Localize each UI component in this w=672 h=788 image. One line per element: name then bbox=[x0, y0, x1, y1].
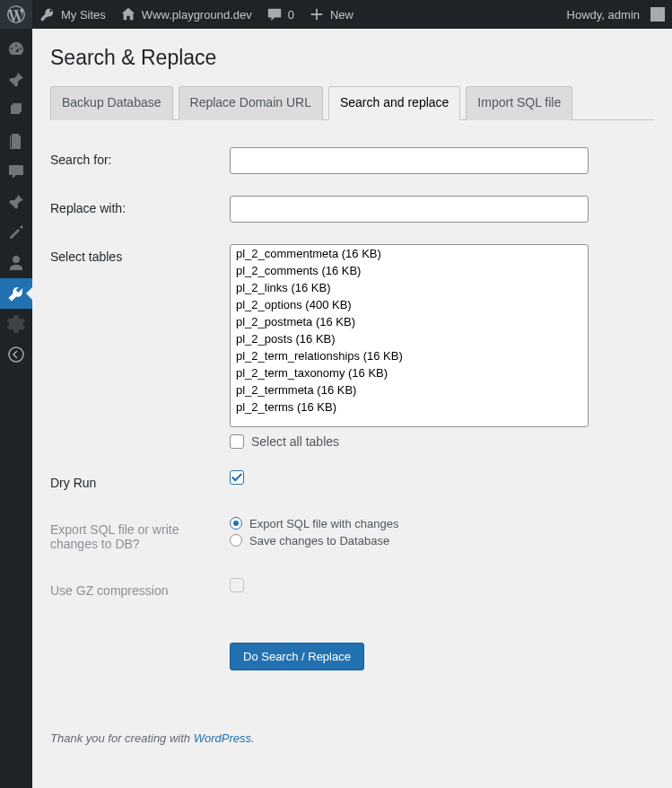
table-option[interactable]: pl_2_term_relationships (16 KB) bbox=[231, 347, 588, 364]
tools-icon bbox=[7, 285, 25, 302]
gz-label: Use GZ compression bbox=[50, 567, 230, 614]
table-option[interactable]: pl_2_links (16 KB) bbox=[231, 279, 588, 296]
main-content: Search & Replace Backup DatabaseReplace … bbox=[32, 29, 672, 788]
table-option[interactable]: pl_2_termmeta (16 KB) bbox=[231, 381, 588, 398]
svg-point-0 bbox=[9, 347, 23, 362]
tab-backup-database[interactable]: Backup Database bbox=[50, 86, 173, 120]
submit-button[interactable]: Do Search / Replace bbox=[230, 643, 364, 670]
menu-posts2[interactable] bbox=[0, 187, 32, 217]
table-option[interactable]: pl_2_comments (16 KB) bbox=[231, 262, 588, 279]
menu-pages[interactable] bbox=[0, 126, 32, 156]
new-label: New bbox=[330, 8, 353, 22]
form-table: Search for: Replace with: Select tables … bbox=[50, 136, 654, 681]
export-sql-option[interactable]: Export SQL file with changes bbox=[230, 517, 645, 530]
search-for-input[interactable] bbox=[230, 147, 589, 174]
table-option[interactable]: pl_2_commentmeta (16 KB) bbox=[231, 245, 588, 262]
my-account-link[interactable]: Howdy, admin bbox=[560, 0, 672, 29]
comments-icon bbox=[7, 162, 25, 180]
footer-suffix: . bbox=[251, 731, 255, 745]
my-sites-link[interactable]: My Sites bbox=[32, 0, 113, 29]
menu-collapse[interactable] bbox=[0, 339, 32, 370]
gz-checkbox[interactable] bbox=[230, 578, 244, 592]
dry-run-checkbox[interactable] bbox=[230, 470, 244, 485]
select-all-label: Select all tables bbox=[251, 434, 339, 449]
menu-dashboard[interactable] bbox=[0, 34, 32, 65]
tab-nav: Backup DatabaseReplace Domain URLSearch … bbox=[50, 86, 654, 120]
replace-with-input[interactable] bbox=[230, 196, 589, 223]
comment-icon bbox=[266, 6, 283, 22]
replace-with-label: Replace with: bbox=[50, 185, 230, 233]
menu-comments[interactable] bbox=[0, 156, 32, 187]
search-for-label: Search for: bbox=[50, 136, 230, 185]
tab-search-and-replace[interactable]: Search and replace bbox=[328, 86, 460, 120]
admin-key-icon bbox=[39, 6, 56, 22]
admin-bar: My Sites Www.playground.dev 0 New Howdy,… bbox=[0, 0, 672, 29]
user-icon bbox=[7, 254, 25, 272]
site-name-link[interactable]: Www.playground.dev bbox=[113, 0, 259, 29]
comments-link[interactable]: 0 bbox=[259, 0, 301, 29]
save-db-option[interactable]: Save changes to Database bbox=[230, 534, 645, 547]
export-sql-text: Export SQL file with changes bbox=[249, 517, 398, 530]
footer-link[interactable]: WordPress bbox=[194, 731, 251, 745]
avatar bbox=[650, 7, 665, 22]
tab-import-sql-file[interactable]: Import SQL file bbox=[466, 86, 572, 120]
menu-tools[interactable] bbox=[0, 278, 32, 309]
my-sites-label: My Sites bbox=[61, 8, 106, 22]
collapse-icon bbox=[7, 346, 25, 363]
admin-menu bbox=[0, 29, 32, 788]
footer-prefix: Thank you for creating with bbox=[50, 731, 194, 745]
wp-logo[interactable] bbox=[0, 0, 32, 29]
site-name-label: Www.playground.dev bbox=[142, 8, 252, 22]
table-option[interactable]: pl_2_posts (16 KB) bbox=[231, 330, 588, 347]
menu-appearance[interactable] bbox=[0, 217, 32, 248]
table-option[interactable]: pl_2_terms (16 KB) bbox=[231, 398, 588, 416]
dashboard-icon bbox=[7, 40, 25, 58]
menu-posts[interactable] bbox=[0, 65, 32, 95]
pin2-icon bbox=[7, 193, 25, 211]
table-option[interactable]: pl_2_term_taxonomy (16 KB) bbox=[231, 364, 588, 381]
pin-icon bbox=[7, 71, 25, 89]
table-option[interactable]: pl_2_postmeta (16 KB) bbox=[231, 313, 588, 330]
footer: Thank you for creating with WordPress. bbox=[50, 717, 654, 759]
menu-users[interactable] bbox=[0, 248, 32, 278]
media-icon bbox=[7, 101, 25, 119]
menu-settings[interactable] bbox=[0, 309, 32, 339]
settings-icon bbox=[7, 315, 25, 333]
new-content-link[interactable]: New bbox=[301, 0, 361, 29]
howdy-text: Howdy, admin bbox=[567, 8, 640, 22]
table-option[interactable]: pl_2_options (400 KB) bbox=[231, 296, 588, 313]
select-tables-label: Select tables bbox=[50, 233, 230, 460]
save-db-text: Save changes to Database bbox=[249, 534, 389, 547]
select-all-checkbox[interactable] bbox=[230, 434, 244, 449]
menu-media[interactable] bbox=[0, 95, 32, 126]
export-sql-radio[interactable] bbox=[230, 517, 242, 530]
tables-select[interactable]: pl_2_commentmeta (16 KB)pl_2_comments (1… bbox=[230, 244, 589, 427]
appearance-icon bbox=[7, 223, 25, 241]
comments-count: 0 bbox=[288, 8, 294, 22]
page-title: Search & Replace bbox=[50, 46, 654, 70]
pages-icon bbox=[7, 132, 25, 150]
tab-replace-domain-url[interactable]: Replace Domain URL bbox=[179, 86, 323, 120]
dry-run-label: Dry Run bbox=[50, 460, 230, 506]
plus-icon bbox=[309, 6, 325, 22]
export-label: Export SQL file or write changes to DB? bbox=[50, 506, 230, 567]
save-db-radio[interactable] bbox=[230, 534, 242, 547]
home-icon bbox=[120, 6, 136, 22]
wordpress-icon bbox=[7, 5, 25, 23]
